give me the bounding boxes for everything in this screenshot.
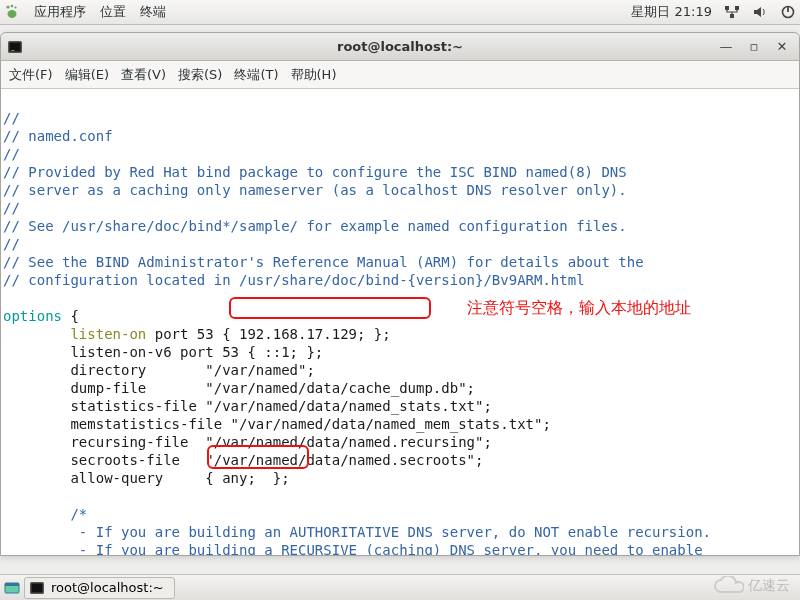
menu-edit[interactable]: 编辑(E) <box>65 66 109 84</box>
code-line: - If you are building a RECURSIVE (cachi… <box>3 542 703 555</box>
close-button[interactable]: ✕ <box>773 39 791 55</box>
code-line: // <box>3 236 20 252</box>
code-line: directory "/var/named"; <box>3 362 315 378</box>
code-line: // See the BIND Administrator's Referenc… <box>3 254 644 270</box>
code-line: - If you are building an AUTHORITATIVE D… <box>3 524 711 540</box>
code-line: /* <box>3 506 87 522</box>
panel-apps[interactable]: 应用程序 <box>34 3 86 21</box>
code-line: dump-file "/var/named/data/cache_dump.db… <box>3 380 475 396</box>
show-desktop-icon[interactable] <box>4 580 20 596</box>
panel-places[interactable]: 位置 <box>100 3 126 21</box>
svg-point-3 <box>8 10 17 18</box>
code-line: // <box>3 110 20 126</box>
menu-help[interactable]: 帮助(H) <box>291 66 337 84</box>
volume-icon[interactable] <box>752 4 768 20</box>
menu-view[interactable]: 查看(V) <box>121 66 166 84</box>
titlebar[interactable]: _ root@localhost:~ — ▫ ✕ <box>1 33 799 61</box>
svg-rect-6 <box>730 14 734 18</box>
menu-file[interactable]: 文件(F) <box>9 66 53 84</box>
svg-rect-4 <box>725 6 729 10</box>
code-line: // <box>3 146 20 162</box>
gnome-foot-icon <box>4 4 20 20</box>
code-line: recursing-file "/var/named/data/named.re… <box>3 434 492 450</box>
terminal-task-icon <box>29 580 45 596</box>
annotation-box-1 <box>229 297 431 319</box>
code-line: memstatistics-file "/var/named/data/name… <box>3 416 551 432</box>
code-line: allow-query { any; }; <box>3 470 290 486</box>
network-icon[interactable] <box>724 4 740 20</box>
maximize-button[interactable]: ▫ <box>745 39 763 55</box>
code-line: secroots-file "/var/named/data/named.sec… <box>3 452 483 468</box>
code-line: // <box>3 200 20 216</box>
svg-rect-15 <box>32 583 43 592</box>
bottom-panel: root@localhost:~ <box>0 574 800 600</box>
code-line: listen-on port 53 { 192.168.17.129; }; <box>3 326 391 342</box>
annotation-text: 注意符号空格，输入本地的地址 <box>467 299 691 317</box>
panel-terminal[interactable]: 终端 <box>140 3 166 21</box>
code-line: // server as a caching only nameserver (… <box>3 182 627 198</box>
taskbar-item-terminal[interactable]: root@localhost:~ <box>24 577 175 599</box>
window-title: root@localhost:~ <box>1 39 799 54</box>
code-line: // See /usr/share/doc/bind*/sample/ for … <box>3 218 627 234</box>
terminal-app-icon: _ <box>7 39 23 55</box>
power-icon[interactable] <box>780 4 796 20</box>
terminal-window: _ root@localhost:~ — ▫ ✕ 文件(F) 编辑(E) 查看(… <box>0 32 800 556</box>
terminal-content[interactable]: // // named.conf // // Provided by Red H… <box>1 89 799 555</box>
code-line: // configuration located in /usr/share/d… <box>3 272 585 288</box>
menu-search[interactable]: 搜索(S) <box>178 66 222 84</box>
code-line: // named.conf <box>3 128 113 144</box>
svg-point-0 <box>6 5 9 8</box>
svg-point-2 <box>14 6 16 8</box>
taskbar-item-label: root@localhost:~ <box>51 580 164 595</box>
svg-point-1 <box>11 5 14 8</box>
top-panel: 应用程序 位置 终端 星期日 21:19 <box>0 0 800 25</box>
code-line: statistics-file "/var/named/data/named_s… <box>3 398 492 414</box>
code-line: listen-on-v6 port 53 { ::1; }; <box>3 344 323 360</box>
menubar: 文件(F) 编辑(E) 查看(V) 搜索(S) 终端(T) 帮助(H) <box>1 61 799 89</box>
minimize-button[interactable]: — <box>717 39 735 55</box>
menu-terminal[interactable]: 终端(T) <box>234 66 278 84</box>
code-line: // Provided by Red Hat bind package to c… <box>3 164 627 180</box>
panel-clock[interactable]: 星期日 21:19 <box>631 3 712 21</box>
svg-text:_: _ <box>10 43 15 51</box>
code-line: options { <box>3 308 79 324</box>
svg-rect-5 <box>735 6 739 10</box>
svg-rect-13 <box>5 583 19 586</box>
